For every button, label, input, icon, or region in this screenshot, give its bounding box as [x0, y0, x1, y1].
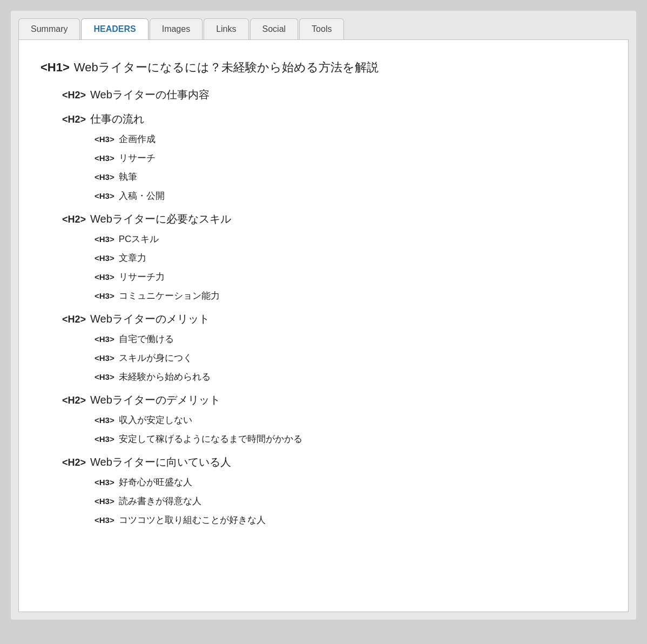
header-text: Webライターに必要なスキル: [90, 212, 231, 226]
header-item-h2: <H2>Webライターに必要なスキル: [41, 209, 606, 230]
header-text: リサーチ: [119, 152, 156, 164]
header-text: コツコツと取り組むことが好きな人: [119, 514, 266, 526]
header-item-h3: <H3>リサーチ力: [41, 267, 606, 286]
tab-social[interactable]: Social: [250, 18, 299, 39]
tab-links[interactable]: Links: [204, 18, 248, 39]
header-text: Webライターの仕事内容: [90, 88, 210, 102]
header-item-h3: <H3>読み書きが得意な人: [41, 492, 606, 511]
header-text: コミュニケーション能力: [119, 290, 220, 302]
header-tag: <H3>: [95, 153, 114, 163]
header-item-h3: <H3>コツコツと取り組むことが好きな人: [41, 511, 606, 529]
tab-images[interactable]: Images: [150, 18, 203, 39]
tab-tools[interactable]: Tools: [299, 18, 344, 39]
header-text: 未経験から始められる: [119, 371, 211, 383]
header-item-h3: <H3>文章力: [41, 249, 606, 267]
header-item-h2: <H2>Webライターに向いている人: [41, 452, 606, 473]
header-tag: <H3>: [95, 253, 114, 263]
header-tag: <H3>: [95, 497, 114, 506]
header-tag: <H3>: [95, 291, 114, 300]
header-tag: <H3>: [95, 434, 114, 444]
header-list: <H1>Webライターになるには？未経験から始める方法を解説<H2>Webライタ…: [41, 56, 606, 529]
header-item-h3: <H3>PCスキル: [41, 230, 606, 249]
header-text: Webライターのデメリット: [90, 393, 220, 407]
header-tag: <H2>: [62, 395, 86, 406]
header-tag: <H2>: [62, 214, 86, 225]
header-item-h3: <H3>未経験から始められる: [41, 367, 606, 386]
header-tag: <H1>: [41, 61, 70, 75]
header-text: リサーチ力: [119, 271, 165, 283]
header-item-h3: <H3>スキルが身につく: [41, 348, 606, 367]
header-tag: <H3>: [95, 415, 114, 425]
header-text: 入稿・公開: [119, 190, 165, 202]
app-container: SummaryHEADERSImagesLinksSocialTools <H1…: [11, 11, 636, 620]
tab-summary[interactable]: Summary: [18, 18, 80, 39]
header-text: Webライターのメリット: [90, 312, 210, 326]
header-text: 仕事の流れ: [90, 112, 144, 126]
header-text: 収入が安定しない: [119, 414, 192, 426]
header-tag: <H2>: [62, 90, 86, 101]
header-tag: <H3>: [95, 372, 114, 381]
tab-headers[interactable]: HEADERS: [81, 18, 148, 39]
header-tag: <H2>: [62, 457, 86, 468]
header-tag: <H3>: [95, 334, 114, 344]
header-text: 好奇心が旺盛な人: [119, 476, 192, 488]
header-tag: <H2>: [62, 114, 86, 125]
header-item-h3: <H3>入稿・公開: [41, 186, 606, 205]
header-item-h3: <H3>執筆: [41, 167, 606, 186]
header-item-h2: <H2>仕事の流れ: [41, 109, 606, 130]
header-tag: <H3>: [95, 515, 114, 525]
tab-bar: SummaryHEADERSImagesLinksSocialTools: [11, 11, 636, 39]
header-item-h3: <H3>企画作成: [41, 130, 606, 149]
header-text: スキルが身につく: [119, 352, 192, 364]
header-tag: <H3>: [95, 172, 114, 182]
header-tag: <H3>: [95, 272, 114, 281]
header-item-h1: <H1>Webライターになるには？未経験から始める方法を解説: [41, 56, 606, 79]
header-tag: <H3>: [95, 135, 114, 144]
header-text: 安定して稼げるようになるまで時間がかかる: [119, 433, 302, 445]
header-item-h2: <H2>Webライターのデメリット: [41, 390, 606, 411]
header-text: 読み書きが得意な人: [119, 495, 201, 507]
header-tag: <H3>: [95, 353, 114, 363]
header-item-h3: <H3>リサーチ: [41, 149, 606, 167]
header-tag: <H3>: [95, 191, 114, 200]
header-item-h2: <H2>Webライターのメリット: [41, 308, 606, 330]
header-item-h3: <H3>自宅で働ける: [41, 330, 606, 348]
header-item-h3: <H3>コミュニケーション能力: [41, 286, 606, 305]
header-item-h3: <H3>安定して稼げるようになるまで時間がかかる: [41, 430, 606, 448]
header-text: Webライターに向いている人: [90, 455, 231, 469]
header-tag: <H2>: [62, 314, 86, 325]
header-text: 文章力: [119, 252, 146, 264]
content-panel: <H1>Webライターになるには？未経験から始める方法を解説<H2>Webライタ…: [18, 39, 629, 612]
header-text: 自宅で働ける: [119, 333, 174, 345]
header-item-h2: <H2>Webライターの仕事内容: [41, 84, 606, 105]
header-text: 企画作成: [119, 133, 156, 145]
header-text: PCスキル: [119, 233, 159, 245]
header-item-h3: <H3>好奇心が旺盛な人: [41, 473, 606, 492]
header-text: Webライターになるには？未経験から始める方法を解説: [74, 59, 379, 76]
header-item-h3: <H3>収入が安定しない: [41, 411, 606, 430]
header-tag: <H3>: [95, 234, 114, 244]
header-tag: <H3>: [95, 478, 114, 487]
header-text: 執筆: [119, 171, 137, 183]
